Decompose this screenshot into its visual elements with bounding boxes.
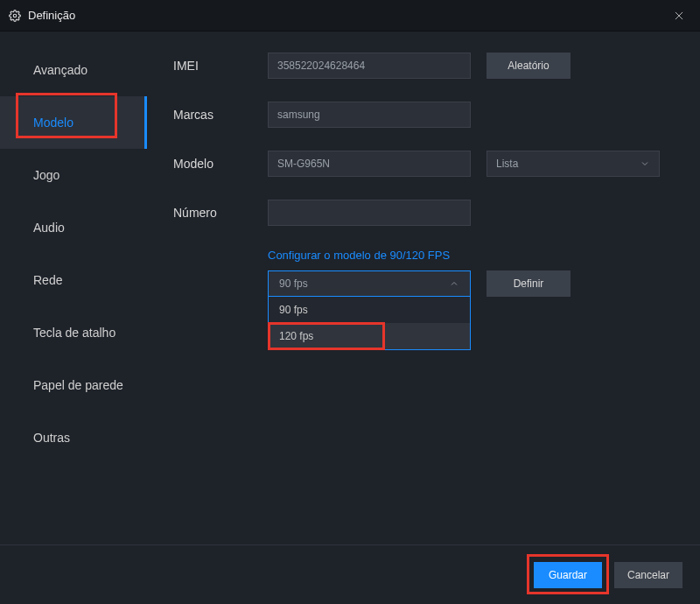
sidebar-item-rede[interactable]: Rede [0, 254, 147, 306]
numero-label: Número [173, 206, 268, 220]
modelo-list-dropdown[interactable]: Lista [486, 151, 660, 177]
chevron-down-icon [640, 158, 650, 169]
fps-option-120[interactable]: 120 fps [269, 323, 470, 349]
sidebar-item-avancado[interactable]: Avançado [0, 44, 147, 96]
marcas-label: Marcas [173, 108, 268, 122]
gear-icon [9, 10, 21, 22]
save-button[interactable]: Guardar [534, 562, 602, 588]
marcas-input[interactable] [268, 102, 471, 128]
sidebar-item-label: Modelo [33, 116, 74, 130]
sidebar-item-label: Rede [33, 273, 62, 287]
imei-label: IMEI [173, 59, 268, 73]
fps-define-button[interactable]: Definir [486, 270, 570, 297]
sidebar-item-tecla[interactable]: Tecla de atalho [0, 306, 147, 359]
fps-options-list: 90 fps 120 fps [268, 297, 471, 350]
sidebar-item-label: Papel de parede [33, 378, 123, 392]
sidebar-item-label: Tecla de atalho [33, 326, 116, 340]
footer: Guardar Cancelar [0, 544, 700, 604]
sidebar-item-label: Avançado [33, 63, 88, 77]
cancel-button[interactable]: Cancelar [614, 562, 682, 588]
modelo-input[interactable] [268, 151, 471, 177]
sidebar-item-outras[interactable]: Outras [0, 411, 147, 464]
sidebar-item-label: Audio [33, 221, 65, 235]
close-button[interactable] [667, 4, 691, 28]
sidebar-item-jogo[interactable]: Jogo [0, 149, 147, 201]
fps-selected[interactable]: 90 fps [268, 270, 471, 297]
fps-option-90[interactable]: 90 fps [269, 297, 470, 323]
fps-selected-label: 90 fps [279, 277, 308, 290]
numero-input[interactable] [268, 200, 471, 226]
sidebar-item-audio[interactable]: Audio [0, 201, 147, 254]
imei-random-button[interactable]: Aleatório [486, 53, 570, 79]
imei-input[interactable] [268, 53, 471, 79]
fps-config-title: Configurar o modelo de 90/120 FPS [268, 249, 682, 262]
sidebar-item-label: Jogo [33, 168, 60, 182]
fps-dropdown[interactable]: 90 fps 90 fps 120 fps [268, 270, 471, 350]
window-title: Definição [28, 9, 75, 22]
svg-point-0 [13, 14, 17, 18]
sidebar-item-modelo[interactable]: Modelo [0, 96, 147, 149]
sidebar-item-label: Outras [33, 431, 70, 445]
titlebar: Definição [0, 0, 700, 32]
sidebar: Avançado Modelo Jogo Audio Rede Tecla de… [0, 32, 147, 544]
sidebar-item-papel[interactable]: Papel de parede [0, 359, 147, 411]
chevron-up-icon [449, 278, 459, 289]
modelo-list-label: Lista [496, 158, 518, 170]
content-pane: IMEI Aleatório Marcas Modelo Lista [147, 32, 700, 544]
modelo-label: Modelo [173, 157, 268, 171]
